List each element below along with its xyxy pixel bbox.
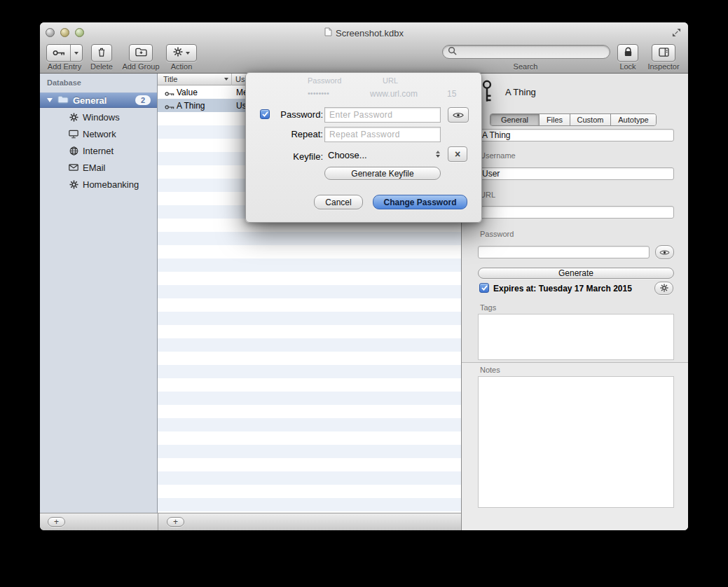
action-button[interactable] — [166, 44, 197, 62]
column-header-title[interactable]: Title — [163, 75, 177, 83]
gear-icon — [173, 47, 183, 60]
inspector-label: Inspector — [636, 62, 688, 71]
generate-keyfile-button[interactable]: Generate Keyfile — [324, 167, 441, 180]
tab-files[interactable]: Files — [540, 114, 570, 125]
ghost-password-column-header: Password — [308, 76, 341, 85]
username-field[interactable] — [478, 167, 674, 180]
sidebar-item-label: Internet — [83, 146, 114, 156]
repeat-password-input[interactable] — [324, 127, 441, 142]
close-x-icon: × — [455, 149, 460, 159]
inspector-entry-title: A Thing — [505, 87, 536, 97]
ghost-url-column-header: URL — [383, 76, 398, 85]
add-entry-plus-button[interactable]: + — [167, 517, 184, 527]
tags-field[interactable] — [478, 314, 674, 360]
change-password-dialog: Password URL •••••••• www.url.com 15 Pas… — [245, 72, 482, 223]
notes-field[interactable] — [478, 376, 674, 508]
sidebar-item-label: Windows — [83, 112, 120, 123]
lock-button[interactable] — [617, 44, 638, 62]
inspector-panel-icon — [659, 47, 669, 60]
title-field[interactable] — [478, 129, 674, 141]
sidebar: Database General 2 Windows Network Inter… — [40, 74, 158, 513]
expires-settings-button[interactable] — [654, 282, 673, 295]
sidebar-header: Database — [47, 78, 81, 87]
trash-icon — [97, 47, 106, 60]
dialog-keyfile-label: Keyfile: — [273, 151, 323, 162]
chevron-down-icon — [436, 155, 440, 158]
column-header-username[interactable]: Us — [235, 75, 245, 83]
url-label: URL — [480, 191, 495, 199]
dialog-password-label: Password: — [273, 109, 323, 120]
eye-icon — [453, 109, 464, 121]
folder-plus-icon — [135, 47, 147, 60]
username-label: Username — [480, 151, 516, 160]
sidebar-item-email[interactable]: EMail — [40, 159, 157, 176]
password-label: Password — [480, 230, 514, 238]
reveal-new-password-button[interactable] — [448, 107, 469, 123]
inspector-panel: A Thing General Files Custom Autotype Us… — [461, 74, 688, 530]
notes-label: Notes — [480, 366, 500, 374]
sidebar-item-homebanking[interactable]: Homebanking — [40, 176, 157, 193]
fullscreen-icon[interactable] — [672, 27, 681, 40]
password-field[interactable] — [478, 246, 650, 258]
dialog-repeat-label: Repeat: — [273, 129, 323, 139]
clear-keyfile-button[interactable]: × — [448, 146, 467, 162]
sidebar-item-network[interactable]: Network — [40, 125, 157, 142]
change-password-button[interactable]: Change Password — [373, 195, 467, 209]
gear-icon — [68, 113, 79, 122]
generate-password-button[interactable]: Generate — [478, 268, 674, 279]
enable-password-checkbox[interactable] — [260, 109, 270, 119]
search-input[interactable] — [457, 47, 610, 57]
cancel-button[interactable]: Cancel — [314, 195, 363, 209]
window-chrome: Screenshot.kdbx Add Entry Delete — [40, 22, 688, 74]
gear-icon — [660, 282, 668, 295]
column-divider[interactable] — [231, 74, 232, 85]
folder-icon — [57, 95, 69, 106]
reveal-password-button[interactable] — [655, 245, 674, 259]
search-icon — [448, 46, 457, 58]
tab-custom[interactable]: Custom — [570, 114, 611, 125]
chevron-down-icon — [74, 52, 78, 55]
url-field[interactable] — [478, 206, 674, 219]
entry-title: Value — [177, 88, 198, 97]
group-count-badge: 2 — [135, 95, 151, 105]
keyfile-dropdown[interactable]: Choose... — [328, 150, 440, 160]
stepper-arrows-icon[interactable] — [436, 151, 440, 158]
disclosure-triangle-icon[interactable] — [47, 98, 53, 102]
add-entry-button[interactable] — [46, 44, 83, 62]
globe-icon — [68, 146, 79, 156]
window-title-area: Screenshot.kdbx — [40, 27, 688, 39]
key-icon — [165, 102, 174, 112]
sidebar-group-general[interactable]: General 2 — [40, 92, 157, 108]
sidebar-item-internet[interactable]: Internet — [40, 142, 157, 159]
ghost-modified-value: 15 — [447, 89, 456, 99]
ghost-url-value: www.url.com — [370, 89, 418, 99]
key-icon — [481, 80, 493, 105]
search-field[interactable] — [442, 45, 610, 59]
key-icon — [165, 89, 174, 99]
sidebar-item-label: Network — [83, 129, 116, 139]
keyfile-dropdown-value: Choose... — [328, 150, 367, 160]
sort-indicator-icon — [224, 78, 228, 81]
sidebar-item-windows[interactable]: Windows — [40, 109, 157, 125]
inspector-button[interactable] — [652, 44, 675, 62]
sidebar-item-label: EMail — [83, 163, 106, 173]
tab-autotype[interactable]: Autotype — [611, 114, 656, 125]
new-password-input[interactable] — [324, 107, 441, 123]
action-label: Action — [153, 62, 210, 71]
key-icon — [47, 45, 70, 61]
add-entry-dropdown[interactable] — [71, 45, 82, 61]
tab-general[interactable]: General — [490, 114, 540, 125]
add-group-plus-button[interactable]: + — [48, 517, 65, 527]
monitor-icon — [68, 130, 79, 139]
document-icon — [324, 27, 332, 39]
add-group-button[interactable] — [129, 44, 153, 62]
desktop-background: Screenshot.kdbx Add Entry Delete — [0, 0, 728, 587]
gear-icon — [68, 180, 79, 189]
expires-label: Expires at: Tuesday 17 March 2015 — [493, 284, 632, 294]
chevron-up-icon — [436, 151, 440, 153]
bottom-bar-divider — [158, 513, 158, 530]
envelope-icon — [68, 164, 79, 171]
expires-checkbox[interactable] — [479, 283, 489, 293]
delete-button[interactable] — [91, 44, 112, 62]
sidebar-item-label: Homebanking — [83, 179, 139, 190]
